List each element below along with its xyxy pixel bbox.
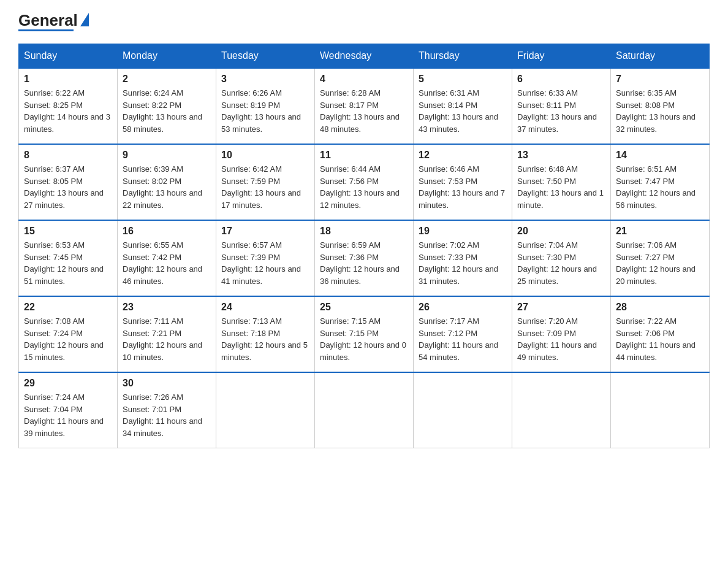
day-info: Sunrise: 7:15 AM Sunset: 7:15 PM Dayligh… bbox=[320, 315, 408, 363]
day-info: Sunrise: 6:46 AM Sunset: 7:53 PM Dayligh… bbox=[419, 163, 507, 211]
day-info: Sunrise: 6:28 AM Sunset: 8:17 PM Dayligh… bbox=[320, 87, 408, 135]
calendar-cell: 3 Sunrise: 6:26 AM Sunset: 8:19 PM Dayli… bbox=[216, 68, 315, 144]
day-number: 26 bbox=[419, 302, 507, 313]
calendar-cell: 19 Sunrise: 7:02 AM Sunset: 7:33 PM Dayl… bbox=[414, 220, 512, 296]
day-info: Sunrise: 7:26 AM Sunset: 7:01 PM Dayligh… bbox=[123, 391, 211, 439]
day-info: Sunrise: 7:24 AM Sunset: 7:04 PM Dayligh… bbox=[24, 391, 112, 439]
calendar-cell bbox=[414, 372, 512, 448]
day-info: Sunrise: 7:04 AM Sunset: 7:30 PM Dayligh… bbox=[517, 239, 605, 287]
day-info: Sunrise: 6:39 AM Sunset: 8:02 PM Dayligh… bbox=[123, 163, 211, 211]
day-info: Sunrise: 7:08 AM Sunset: 7:24 PM Dayligh… bbox=[24, 315, 112, 363]
calendar-cell: 30 Sunrise: 7:26 AM Sunset: 7:01 PM Dayl… bbox=[118, 372, 216, 448]
day-number: 5 bbox=[419, 74, 507, 85]
weekday-header-sunday: Sunday bbox=[19, 44, 118, 69]
logo-text: General bbox=[18, 12, 89, 28]
day-info: Sunrise: 6:57 AM Sunset: 7:39 PM Dayligh… bbox=[221, 239, 309, 287]
day-number: 28 bbox=[616, 302, 704, 313]
calendar-body: 1 Sunrise: 6:22 AM Sunset: 8:25 PM Dayli… bbox=[19, 68, 710, 448]
calendar-cell: 2 Sunrise: 6:24 AM Sunset: 8:22 PM Dayli… bbox=[118, 68, 216, 144]
calendar-cell bbox=[512, 372, 611, 448]
day-number: 8 bbox=[24, 150, 112, 161]
logo-line bbox=[18, 29, 74, 31]
weekday-header-friday: Friday bbox=[512, 44, 611, 69]
calendar-cell: 7 Sunrise: 6:35 AM Sunset: 8:08 PM Dayli… bbox=[611, 68, 710, 144]
day-info: Sunrise: 7:17 AM Sunset: 7:12 PM Dayligh… bbox=[419, 315, 507, 363]
day-number: 29 bbox=[24, 378, 112, 389]
day-info: Sunrise: 6:53 AM Sunset: 7:45 PM Dayligh… bbox=[24, 239, 112, 287]
page-header: General bbox=[18, 12, 710, 31]
day-number: 6 bbox=[517, 74, 605, 85]
weekday-header-saturday: Saturday bbox=[611, 44, 710, 69]
calendar-cell: 21 Sunrise: 7:06 AM Sunset: 7:27 PM Dayl… bbox=[611, 220, 710, 296]
day-number: 2 bbox=[123, 74, 211, 85]
calendar-cell: 10 Sunrise: 6:42 AM Sunset: 7:59 PM Dayl… bbox=[216, 144, 315, 220]
calendar-cell: 26 Sunrise: 7:17 AM Sunset: 7:12 PM Dayl… bbox=[414, 296, 512, 372]
calendar-cell bbox=[315, 372, 414, 448]
day-number: 19 bbox=[419, 226, 507, 237]
day-info: Sunrise: 7:13 AM Sunset: 7:18 PM Dayligh… bbox=[221, 315, 309, 363]
calendar-cell: 4 Sunrise: 6:28 AM Sunset: 8:17 PM Dayli… bbox=[315, 68, 414, 144]
calendar-cell: 11 Sunrise: 6:44 AM Sunset: 7:56 PM Dayl… bbox=[315, 144, 414, 220]
day-number: 3 bbox=[221, 74, 309, 85]
day-number: 4 bbox=[320, 74, 408, 85]
day-number: 17 bbox=[221, 226, 309, 237]
calendar-cell: 24 Sunrise: 7:13 AM Sunset: 7:18 PM Dayl… bbox=[216, 296, 315, 372]
day-info: Sunrise: 6:33 AM Sunset: 8:11 PM Dayligh… bbox=[517, 87, 605, 135]
day-number: 27 bbox=[517, 302, 605, 313]
calendar-cell: 23 Sunrise: 7:11 AM Sunset: 7:21 PM Dayl… bbox=[118, 296, 216, 372]
day-number: 1 bbox=[24, 74, 112, 85]
weekday-header-tuesday: Tuesday bbox=[216, 44, 315, 69]
day-info: Sunrise: 6:42 AM Sunset: 7:59 PM Dayligh… bbox=[221, 163, 309, 211]
calendar-cell: 1 Sunrise: 6:22 AM Sunset: 8:25 PM Dayli… bbox=[19, 68, 118, 144]
calendar-cell: 5 Sunrise: 6:31 AM Sunset: 8:14 PM Dayli… bbox=[414, 68, 512, 144]
day-info: Sunrise: 6:48 AM Sunset: 7:50 PM Dayligh… bbox=[517, 163, 605, 211]
weekday-header-monday: Monday bbox=[118, 44, 216, 69]
day-info: Sunrise: 7:06 AM Sunset: 7:27 PM Dayligh… bbox=[616, 239, 704, 287]
calendar-cell: 20 Sunrise: 7:04 AM Sunset: 7:30 PM Dayl… bbox=[512, 220, 611, 296]
day-number: 15 bbox=[24, 226, 112, 237]
calendar-cell: 28 Sunrise: 7:22 AM Sunset: 7:06 PM Dayl… bbox=[611, 296, 710, 372]
day-info: Sunrise: 7:20 AM Sunset: 7:09 PM Dayligh… bbox=[517, 315, 605, 363]
day-info: Sunrise: 7:11 AM Sunset: 7:21 PM Dayligh… bbox=[123, 315, 211, 363]
day-number: 18 bbox=[320, 226, 408, 237]
day-number: 14 bbox=[616, 150, 704, 161]
calendar-cell: 27 Sunrise: 7:20 AM Sunset: 7:09 PM Dayl… bbox=[512, 296, 611, 372]
calendar-cell: 22 Sunrise: 7:08 AM Sunset: 7:24 PM Dayl… bbox=[19, 296, 118, 372]
day-number: 30 bbox=[123, 378, 211, 389]
day-info: Sunrise: 6:37 AM Sunset: 8:05 PM Dayligh… bbox=[24, 163, 112, 211]
calendar-cell: 16 Sunrise: 6:55 AM Sunset: 7:42 PM Dayl… bbox=[118, 220, 216, 296]
calendar-header-row: SundayMondayTuesdayWednesdayThursdayFrid… bbox=[19, 44, 710, 69]
calendar-cell: 17 Sunrise: 6:57 AM Sunset: 7:39 PM Dayl… bbox=[216, 220, 315, 296]
day-number: 20 bbox=[517, 226, 605, 237]
calendar-cell: 25 Sunrise: 7:15 AM Sunset: 7:15 PM Dayl… bbox=[315, 296, 414, 372]
calendar-cell: 12 Sunrise: 6:46 AM Sunset: 7:53 PM Dayl… bbox=[414, 144, 512, 220]
calendar-cell: 29 Sunrise: 7:24 AM Sunset: 7:04 PM Dayl… bbox=[19, 372, 118, 448]
calendar-cell: 8 Sunrise: 6:37 AM Sunset: 8:05 PM Dayli… bbox=[19, 144, 118, 220]
day-number: 24 bbox=[221, 302, 309, 313]
weekday-header-wednesday: Wednesday bbox=[315, 44, 414, 69]
day-number: 11 bbox=[320, 150, 408, 161]
day-number: 12 bbox=[419, 150, 507, 161]
calendar-week-row: 1 Sunrise: 6:22 AM Sunset: 8:25 PM Dayli… bbox=[19, 68, 710, 144]
day-info: Sunrise: 6:44 AM Sunset: 7:56 PM Dayligh… bbox=[320, 163, 408, 211]
day-number: 21 bbox=[616, 226, 704, 237]
day-info: Sunrise: 6:35 AM Sunset: 8:08 PM Dayligh… bbox=[616, 87, 704, 135]
logo-general: General bbox=[18, 12, 78, 28]
day-info: Sunrise: 7:02 AM Sunset: 7:33 PM Dayligh… bbox=[419, 239, 507, 287]
calendar-cell: 14 Sunrise: 6:51 AM Sunset: 7:47 PM Dayl… bbox=[611, 144, 710, 220]
calendar-cell: 9 Sunrise: 6:39 AM Sunset: 8:02 PM Dayli… bbox=[118, 144, 216, 220]
calendar-cell: 18 Sunrise: 6:59 AM Sunset: 7:36 PM Dayl… bbox=[315, 220, 414, 296]
calendar-week-row: 29 Sunrise: 7:24 AM Sunset: 7:04 PM Dayl… bbox=[19, 372, 710, 448]
day-number: 16 bbox=[123, 226, 211, 237]
calendar-week-row: 15 Sunrise: 6:53 AM Sunset: 7:45 PM Dayl… bbox=[19, 220, 710, 296]
day-number: 25 bbox=[320, 302, 408, 313]
weekday-header-thursday: Thursday bbox=[414, 44, 512, 69]
calendar-cell: 15 Sunrise: 6:53 AM Sunset: 7:45 PM Dayl… bbox=[19, 220, 118, 296]
calendar-cell: 13 Sunrise: 6:48 AM Sunset: 7:50 PM Dayl… bbox=[512, 144, 611, 220]
calendar-cell: 6 Sunrise: 6:33 AM Sunset: 8:11 PM Dayli… bbox=[512, 68, 611, 144]
day-info: Sunrise: 6:55 AM Sunset: 7:42 PM Dayligh… bbox=[123, 239, 211, 287]
logo-triangle-icon bbox=[80, 13, 89, 26]
calendar-week-row: 22 Sunrise: 7:08 AM Sunset: 7:24 PM Dayl… bbox=[19, 296, 710, 372]
day-number: 10 bbox=[221, 150, 309, 161]
day-info: Sunrise: 6:24 AM Sunset: 8:22 PM Dayligh… bbox=[123, 87, 211, 135]
